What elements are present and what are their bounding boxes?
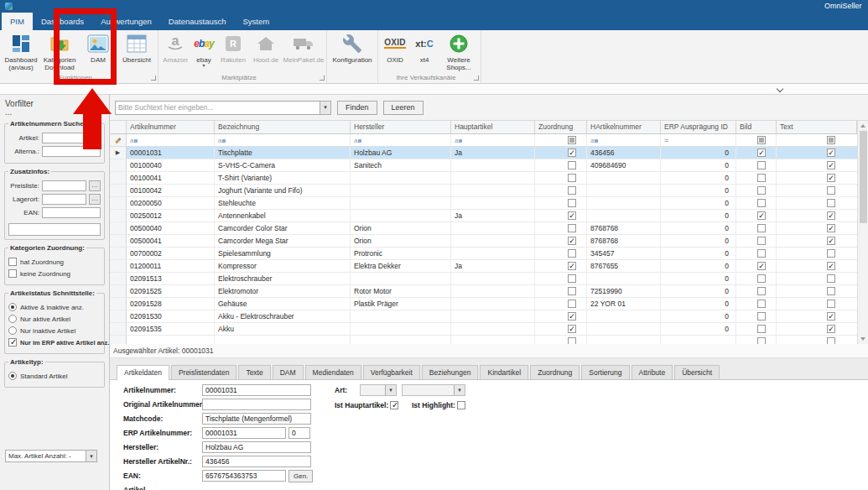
ean-filter-input[interactable] xyxy=(42,207,101,218)
table-row[interactable]: 00100042 Joghurt (Variante und Fifo) 0 xyxy=(110,185,857,197)
zuordnung-checkbox[interactable]: ✓ xyxy=(568,211,576,220)
keine-zuordnung-option[interactable]: keine Zuordnung xyxy=(8,269,101,278)
dialog-launcher-icon[interactable] xyxy=(474,76,479,81)
ribbon-tab[interactable]: Datenaustausch xyxy=(160,13,235,30)
detail-tab[interactable]: Zuordnung xyxy=(530,365,580,379)
indeterminate-checkbox[interactable] xyxy=(568,136,576,144)
text-checkbox[interactable]: ✓ xyxy=(827,174,835,182)
header-bild[interactable]: Bild xyxy=(736,121,777,133)
table-row[interactable]: 00500040 Camcorder Color Star Orion 8768… xyxy=(110,222,857,235)
zuordnung-checkbox[interactable]: ✓ xyxy=(568,262,576,270)
dropdown-arrow-icon[interactable]: ▾ xyxy=(320,102,330,114)
checkbox[interactable] xyxy=(8,258,17,266)
text-checkbox[interactable]: ✓ xyxy=(827,312,835,321)
bild-checkbox[interactable] xyxy=(757,325,766,333)
detail-tab[interactable]: Mediendaten xyxy=(305,365,361,379)
indeterminate-checkbox[interactable] xyxy=(757,136,766,144)
table-row[interactable]: ▶ 00001031 Tischplatte Holzbau AG Ja ✓ 4… xyxy=(110,147,857,159)
dropdown-arrow-icon[interactable]: ▾ xyxy=(385,385,396,395)
text-checkbox[interactable] xyxy=(827,274,835,283)
text-checkbox[interactable]: ✓ xyxy=(827,262,835,270)
radio[interactable] xyxy=(8,326,17,335)
konfiguration-button[interactable]: Konfiguration xyxy=(329,31,376,73)
filter-text[interactable] xyxy=(777,134,857,146)
nur-erp-aktive-option[interactable]: Nur im ERP aktive Artikel anz. xyxy=(8,338,101,347)
detail-tab[interactable]: Beziehungen xyxy=(422,365,479,379)
original-artikelnummer-field[interactable] xyxy=(202,399,311,410)
kategorien-download-button[interactable]: Kategorien Download xyxy=(40,31,79,73)
detail-tab[interactable]: Übersicht xyxy=(674,365,720,379)
text-checkbox[interactable] xyxy=(827,249,835,258)
bild-checkbox[interactable] xyxy=(757,199,766,207)
text-checkbox[interactable] xyxy=(827,186,835,195)
scroll-down-icon[interactable] xyxy=(860,337,865,341)
ean-field[interactable] xyxy=(202,470,286,482)
leeren-button[interactable]: Leeren xyxy=(383,101,424,115)
search-combo[interactable]: ▾ xyxy=(115,101,331,115)
table-row[interactable]: 02091513 Elektroschrauber 0 xyxy=(110,273,857,285)
filter-zuordnung[interactable] xyxy=(535,134,587,146)
radio[interactable] xyxy=(8,315,17,323)
bild-checkbox[interactable] xyxy=(757,287,766,295)
nur-aktive-option[interactable]: Nur aktive Artikel xyxy=(8,315,101,323)
ist-hauptartikel-checkbox[interactable] xyxy=(390,401,398,409)
hood-button[interactable]: Hood.de xyxy=(249,31,283,73)
header-text[interactable]: Text xyxy=(777,121,857,133)
vertical-scrollbar[interactable] xyxy=(857,121,868,344)
matchcode-field[interactable] xyxy=(202,413,311,425)
ean-generate-button[interactable]: Gen. xyxy=(288,470,313,482)
bild-checkbox[interactable] xyxy=(757,237,766,245)
table-row[interactable]: 02091525 Elektromotor Rotor Motor 725199… xyxy=(110,285,857,298)
xt4-button[interactable]: xt:C xt4 xyxy=(410,31,439,73)
nur-inaktive-option[interactable]: Nur inaktive Artikel xyxy=(8,326,101,335)
art-combo-1[interactable]: ▾ xyxy=(360,384,397,396)
ebay-button[interactable]: ebay ebay ▾ xyxy=(190,31,217,73)
filter-artikelnummer[interactable] xyxy=(127,134,215,146)
zuordnung-checkbox[interactable] xyxy=(568,161,576,169)
filter-hauptartikel[interactable] xyxy=(451,134,535,146)
ribbon-tab[interactable]: PIM xyxy=(2,13,33,30)
ribbon-tab[interactable]: Auswertungen xyxy=(92,13,160,30)
detail-tab[interactable]: Preislistendaten xyxy=(171,365,236,379)
table-row[interactable]: 01200011 Kompressor Elektra Dekker Ja ✓ … xyxy=(110,260,857,273)
filter-bezeichnung[interactable] xyxy=(215,134,351,146)
zuordnung-checkbox[interactable] xyxy=(568,274,576,283)
table-row[interactable]: 02091528 Gehäuse Plastik Präger 22 YOR 0… xyxy=(110,298,857,310)
uebersicht-button[interactable]: Übersicht xyxy=(117,31,156,73)
dam-button[interactable]: DAM xyxy=(79,31,117,73)
oxid-button[interactable]: OXID OXID xyxy=(380,31,410,73)
dropdown-arrow-icon[interactable]: ▾ xyxy=(86,451,96,461)
standard-artikel-option[interactable]: Standard Artikel xyxy=(8,372,101,380)
collapse-left-icon[interactable]: ‹ xyxy=(97,98,104,108)
bild-checkbox[interactable] xyxy=(757,161,766,169)
zuordnung-checkbox[interactable] xyxy=(568,199,576,207)
zuordnung-checkbox[interactable]: ✓ xyxy=(568,325,576,333)
art-combo-2[interactable]: ▾ xyxy=(402,384,465,396)
artikelnummer-field[interactable] xyxy=(202,384,311,396)
text-checkbox[interactable]: ✓ xyxy=(827,211,835,220)
text-checkbox[interactable] xyxy=(827,287,835,295)
bild-checkbox[interactable] xyxy=(757,186,766,195)
bild-checkbox[interactable] xyxy=(757,337,766,344)
text-checkbox[interactable]: ✓ xyxy=(827,325,835,333)
detail-tab[interactable]: DAM xyxy=(273,365,304,379)
filter-hartikelnummer[interactable] xyxy=(587,134,661,146)
radio[interactable] xyxy=(8,303,17,311)
preisliste-input[interactable] xyxy=(42,180,86,191)
table-row[interactable]: 00700002 Spielesammlung Protronic 345457… xyxy=(110,248,857,260)
bild-checkbox[interactable] xyxy=(757,300,766,308)
radio[interactable] xyxy=(8,372,17,380)
table-row[interactable] xyxy=(110,336,857,344)
table-row[interactable]: 00200050 Stehleuchte 0 xyxy=(110,197,857,210)
bild-checkbox[interactable] xyxy=(757,274,766,283)
hat-zuordnung-option[interactable]: hat Zuordnung xyxy=(8,258,101,266)
table-row[interactable]: 00250012 Antennenkabel Ja ✓ 0 ✓ ✓ xyxy=(110,210,857,222)
chevron-down-icon[interactable] xyxy=(777,86,783,92)
alternativ-input[interactable] xyxy=(42,146,101,157)
bild-checkbox[interactable] xyxy=(757,312,766,321)
table-row[interactable]: 00100041 T-Shirt (Variante) 0 ✓ xyxy=(110,172,857,185)
ean-list-input[interactable] xyxy=(8,223,101,236)
hersteller-field[interactable] xyxy=(202,441,311,453)
lagerort-input[interactable] xyxy=(42,194,86,205)
checkbox[interactable] xyxy=(8,269,17,278)
